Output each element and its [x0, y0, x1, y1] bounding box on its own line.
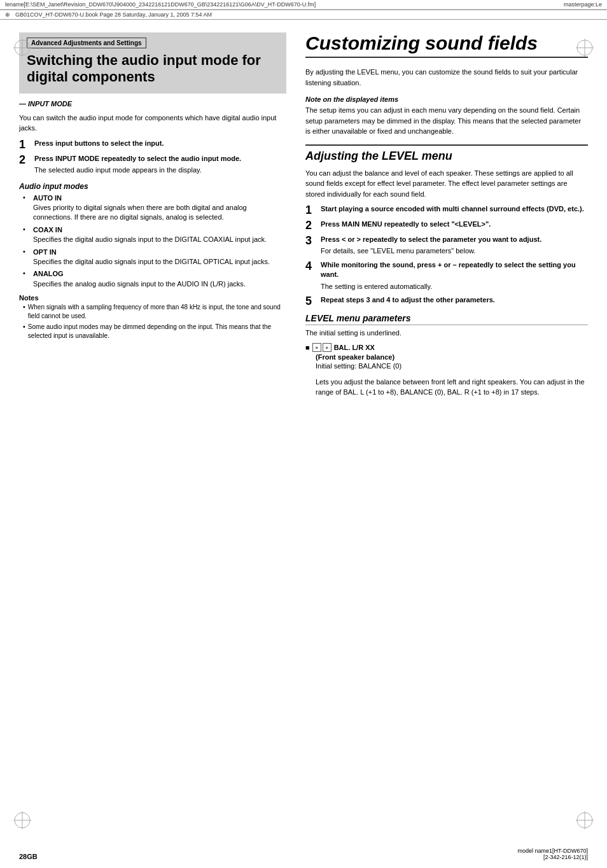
- mode-coax-in-title: COAX IN: [33, 226, 62, 234]
- level-param-icons: ≡ ≡: [312, 343, 331, 352]
- right-step-5-num: 5: [305, 295, 317, 307]
- right-step-2-num: 2: [305, 220, 317, 231]
- right-step-4: 4 While monitoring the sound, press + or…: [305, 260, 588, 291]
- footer-model: model name1[HT-DDW670] [2-342-216-12(1)]: [517, 848, 588, 860]
- mode-auto-in-desc: Gives priority to digital signals when t…: [33, 204, 247, 221]
- level-param-bullet: ■: [305, 344, 310, 351]
- step-2: 2 Press INPUT MODE repeatedly to select …: [19, 154, 286, 176]
- step-1-num: 1: [19, 139, 31, 150]
- right-step-3: 3 Press < or > repeatedly to select the …: [305, 235, 588, 256]
- note-1-text: When signals with a sampling frequency o…: [28, 303, 286, 321]
- list-item: • ANALOG Specifies the analog audio sign…: [23, 269, 286, 289]
- bullet-dot: •: [23, 225, 29, 245]
- list-item: • OPT IN Specifies the digital audio sig…: [23, 248, 286, 267]
- note-item-2: • Some audio input modes may be dimmed d…: [23, 323, 286, 340]
- section-box-title: Switching the audio input mode for digit…: [27, 52, 279, 86]
- right-column: Customizing sound fields By adjusting th…: [305, 32, 588, 403]
- reg-mark-bottom-right: [575, 811, 594, 830]
- right-step-5-content: Repeat steps 3 and 4 to adjust the other…: [321, 295, 495, 307]
- right-step-3-text: Press < or > repeatedly to select the pa…: [321, 235, 541, 243]
- right-step-3-content: Press < or > repeatedly to select the pa…: [321, 235, 541, 256]
- right-step-2-text: Press MAIN MENU repeatedly to select "<L…: [321, 220, 491, 228]
- right-intro: By adjusting the LEVEL menu, you can cus…: [305, 67, 588, 88]
- mode-analog-title: ANALOG: [33, 270, 64, 277]
- input-mode-label: — INPUT MODE: [19, 100, 286, 108]
- mode-coax-in: COAX IN Specifies the digital audio sign…: [33, 225, 267, 245]
- level-param-bal-title: ■ ≡ ≡ BAL. L/R XX: [305, 343, 588, 352]
- right-step-5-text: Repeat steps 3 and 4 to adjust the other…: [321, 296, 495, 304]
- note-on-display-text: The setup items you can adjust in each m…: [305, 105, 588, 137]
- audio-input-modes-heading: Audio input modes: [19, 182, 286, 191]
- modes-list: • AUTO IN Gives priority to digital sign…: [23, 193, 286, 290]
- level-param-bal-name: BAL. L/R XX: [334, 344, 375, 351]
- level-param-bal-desc: Lets you adjust the balance between fron…: [316, 377, 588, 398]
- note-bullet: •: [23, 323, 25, 340]
- page-title-right: Customizing sound fields: [305, 32, 588, 58]
- level-menu-params-heading: LEVEL menu parameters: [305, 313, 588, 325]
- note-item-1: • When signals with a sampling frequency…: [23, 303, 286, 321]
- note-2-text: Some audio input modes may be dimmed dep…: [28, 323, 286, 340]
- adjusting-intro: You can adjust the balance and level of …: [305, 168, 588, 200]
- level-param-bal-subtitle: (Front speaker balance): [316, 353, 394, 361]
- content-area: Advanced Adjustments and Settings Switch…: [0, 20, 607, 416]
- step-1: 1 Press input buttons to select the inpu…: [19, 139, 286, 150]
- mode-analog: ANALOG Specifies the analog audio signal…: [33, 269, 246, 289]
- adjusting-heading: Adjusting the LEVEL menu: [305, 150, 588, 163]
- right-step-3-sub: For details, see "LEVEL menu parameters"…: [321, 246, 541, 256]
- page-rule: ⊕ GB01COV_HT-DDW670-U.book Page 28 Satur…: [0, 10, 607, 20]
- filename-text: lename[E:\SEM_Janet\Revision_DDW670\J904…: [5, 1, 316, 8]
- section-divider: [305, 144, 588, 146]
- mode-opt-in-title: OPT IN: [33, 248, 57, 256]
- mode-coax-in-desc: Specifies the digital audio signals inpu…: [33, 235, 267, 243]
- mode-opt-in-desc: Specifies the digital audio signals inpu…: [33, 258, 270, 265]
- left-intro: You can switch the audio input mode for …: [19, 113, 286, 134]
- step-2-sub: The selected audio input mode appears in…: [34, 165, 241, 175]
- right-step-4-num: 4: [305, 260, 317, 291]
- right-step-4-text: While monitoring the sound, press + or –…: [321, 261, 576, 278]
- icon-box-1: ≡: [312, 343, 321, 352]
- page-footer: 28GB model name1[HT-DDW670] [2-342-216-1…: [0, 848, 607, 860]
- icon-box-2: ≡: [323, 343, 331, 352]
- bullet-dot: •: [23, 193, 29, 223]
- step-2-num: 2: [19, 154, 31, 176]
- reg-mark-top-right: [575, 38, 594, 57]
- note-on-display: Note on the displayed items The setup it…: [305, 95, 588, 137]
- reg-mark-bottom-left: [13, 811, 32, 830]
- mode-analog-desc: Specifies the analog audio signals input…: [33, 280, 246, 288]
- step-2-text: Press INPUT MODE repeatedly to select th…: [34, 155, 241, 162]
- list-item: • AUTO IN Gives priority to digital sign…: [23, 193, 286, 223]
- mode-opt-in: OPT IN Specifies the digital audio signa…: [33, 248, 270, 267]
- bullet-dot: •: [23, 269, 29, 289]
- top-bar: lename[E:\SEM_Janet\Revision_DDW670\J904…: [0, 0, 607, 10]
- page-rule-icon: ⊕: [5, 11, 10, 18]
- step-1-content: Press input buttons to select the input.: [34, 139, 164, 150]
- note-on-display-heading: Note on the displayed items: [305, 95, 588, 103]
- mode-auto-in: AUTO IN Gives priority to digital signal…: [33, 193, 286, 223]
- notes-heading: Notes: [19, 294, 286, 302]
- footer-model-name: model name1[HT-DDW670]: [517, 848, 588, 854]
- note-bullet: •: [23, 303, 25, 321]
- level-initial-setting: The initial setting is underlined.: [305, 328, 588, 339]
- step-2-content: Press INPUT MODE repeatedly to select th…: [34, 154, 241, 176]
- reg-mark-top-left: [13, 38, 32, 57]
- right-step-1-num: 1: [305, 204, 317, 216]
- right-step-1-content: Start playing a source encoded with mult…: [321, 204, 584, 216]
- right-step-2: 2 Press MAIN MENU repeatedly to select "…: [305, 220, 588, 231]
- masterpage-text: masterpage:Le: [564, 1, 602, 8]
- right-step-1: 1 Start playing a source encoded with mu…: [305, 204, 588, 216]
- mode-auto-in-title: AUTO IN: [33, 194, 62, 202]
- left-column: Advanced Adjustments and Settings Switch…: [19, 32, 286, 403]
- right-step-4-content: While monitoring the sound, press + or –…: [321, 260, 588, 291]
- notes-list: • When signals with a sampling frequency…: [23, 303, 286, 340]
- right-step-5: 5 Repeat steps 3 and 4 to adjust the oth…: [305, 295, 588, 307]
- bullet-dot: •: [23, 248, 29, 267]
- right-step-4-sub: The setting is entered automatically.: [321, 282, 588, 291]
- level-param-bal-initial: Initial setting: BALANCE (0): [316, 361, 588, 372]
- footer-code: [2-342-216-12(1)]: [517, 854, 588, 860]
- level-param-bal: ■ ≡ ≡ BAL. L/R XX (Front speaker balance…: [305, 343, 588, 398]
- right-step-3-num: 3: [305, 235, 317, 256]
- right-step-1-text: Start playing a source encoded with mult…: [321, 205, 584, 213]
- right-step-2-content: Press MAIN MENU repeatedly to select "<L…: [321, 220, 491, 231]
- list-item: • COAX IN Specifies the digital audio si…: [23, 225, 286, 245]
- page-rule-text: GB01COV_HT-DDW670-U.book Page 28 Saturda…: [15, 11, 212, 18]
